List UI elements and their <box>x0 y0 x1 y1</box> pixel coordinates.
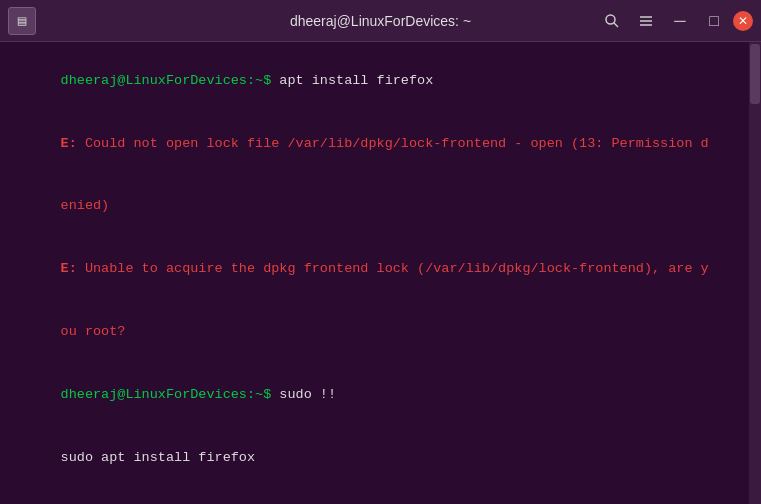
maximize-button[interactable]: □ <box>699 7 729 35</box>
minimize-button[interactable]: ─ <box>665 7 695 35</box>
search-icon <box>604 13 620 29</box>
command-2: sudo !! <box>271 387 336 402</box>
titlebar-controls: ─ □ ✕ <box>597 7 753 35</box>
error-label-1: E: <box>61 136 77 151</box>
error-text-2b: ou root? <box>61 324 126 339</box>
titlebar-title: dheeraj@LinuxForDevices: ~ <box>290 13 471 29</box>
terminal-line-4: dheeraj@LinuxForDevices:~$ sudo !! <box>12 364 749 427</box>
terminal-line-3: E: Unable to acquire the dpkg frontend l… <box>12 238 749 301</box>
terminal-line-5: sudo apt install firefox <box>12 427 749 490</box>
menu-icon <box>638 13 654 29</box>
scrollbar[interactable] <box>749 42 761 504</box>
titlebar: ▤ dheeraj@LinuxForDevices: ~ ─ □ ✕ <box>0 0 761 42</box>
terminal-body[interactable]: dheeraj@LinuxForDevices:~$ apt install f… <box>0 42 761 504</box>
terminal-content: dheeraj@LinuxForDevices:~$ apt install f… <box>12 50 749 504</box>
error-text-1b: enied) <box>61 198 110 213</box>
prompt-2: dheeraj@LinuxForDevices:~$ <box>61 387 272 402</box>
terminal-icon: ▤ <box>8 7 36 35</box>
prompt-1: dheeraj@LinuxForDevices:~$ <box>61 73 272 88</box>
terminal-line-2: E: Could not open lock file /var/lib/dpk… <box>12 113 749 176</box>
error-text-2: Unable to acquire the dpkg frontend lock… <box>77 261 709 276</box>
error-text-1: Could not open lock file /var/lib/dpkg/l… <box>77 136 709 151</box>
svg-point-0 <box>606 15 615 24</box>
search-button[interactable] <box>597 7 627 35</box>
expanded-command: sudo apt install firefox <box>61 450 255 465</box>
terminal-icon-symbol: ▤ <box>18 12 26 29</box>
svg-line-1 <box>614 23 618 27</box>
error-label-2: E: <box>61 261 77 276</box>
scrollbar-thumb[interactable] <box>750 44 760 104</box>
terminal-line-6: [sudo] password for dheeraj: <box>12 489 749 504</box>
terminal-line-1: dheeraj@LinuxForDevices:~$ apt install f… <box>12 50 749 113</box>
terminal-line-2b: enied) <box>12 176 749 239</box>
titlebar-left: ▤ <box>8 7 36 35</box>
menu-button[interactable] <box>631 7 661 35</box>
terminal-line-3b: ou root? <box>12 301 749 364</box>
close-button[interactable]: ✕ <box>733 11 753 31</box>
command-1: apt install firefox <box>271 73 433 88</box>
